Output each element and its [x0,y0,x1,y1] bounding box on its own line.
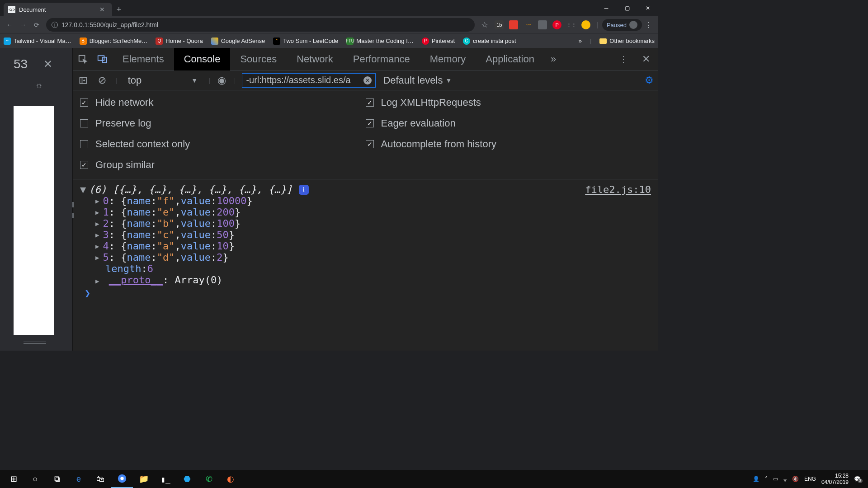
checkbox-icon[interactable] [80,161,88,169]
collapse-caret-icon[interactable]: ▼ [80,184,86,195]
info-badge-icon[interactable]: i [299,185,309,195]
bookmark-pinterest[interactable]: PPinterest [422,38,455,45]
array-item-line[interactable]: ▶0: {name: "f", value: 10000} [80,195,651,206]
proto-line[interactable]: ▶ __proto__: Array(0) [80,274,651,286]
live-expression-button[interactable]: ◉ [217,75,226,86]
tab-network[interactable]: Network [287,48,343,70]
site-info-icon[interactable]: i [52,22,58,28]
tab-application[interactable]: Application [476,48,544,70]
bookmark-leetcode[interactable]: ⌃Two Sum - LeetCode [273,38,338,45]
chevron-down-icon: ▼ [191,77,198,84]
console-toolbar: | top ▼ | ◉ | -url:https://assets.slid.e… [73,70,658,90]
tabs-overflow[interactable]: » [544,53,562,65]
setting-hide-network[interactable]: Hide network [80,97,366,108]
checkbox-icon[interactable] [80,99,88,107]
svg-rect-1 [98,56,104,60]
bookmark-quora[interactable]: QHome - Quora [156,38,203,45]
console-sidebar-toggle[interactable] [77,75,89,86]
bookmark-canva[interactable]: Ccreate insta post [463,38,516,45]
expand-caret-icon[interactable]: ▶ [95,197,99,205]
clear-filter-icon[interactable]: ✕ [363,76,372,84]
bookmark-star-icon[interactable]: ☆ [481,20,488,30]
new-tab-button[interactable]: + [112,3,126,16]
tab-memory[interactable]: Memory [420,48,476,70]
console-settings-button[interactable]: ⚙ [645,75,654,86]
setting-autocomplete[interactable]: Autocomplete from history [366,138,651,150]
bookmarks-bar: ~Tailwind - Visual Ma… BBlogger: SciTech… [0,33,658,48]
page-pane: 53 ✕ ☼ [0,48,72,351]
checkbox-icon[interactable] [366,140,374,148]
expand-caret-icon[interactable]: ▶ [95,243,99,250]
resize-grip-vertical[interactable] [72,199,76,221]
nav-forward-button[interactable]: → [16,18,30,32]
tab-console[interactable]: Console [174,48,231,70]
expand-caret-icon[interactable]: ▶ [95,220,99,227]
expand-caret-icon[interactable]: ▶ [95,231,99,239]
url-text: 127.0.0.1:5500/quiz_app/file2.html [61,21,158,28]
checkbox-icon[interactable] [80,140,88,148]
setting-preserve-log[interactable]: Preserve log [80,117,366,129]
brightness-icon[interactable]: ☼ [35,80,43,90]
other-bookmarks[interactable]: Other bookmarks [599,38,655,44]
devtools-menu-button[interactable]: ⋮ [613,54,634,64]
bookmark-tailwind[interactable]: ~Tailwind - Visual Ma… [4,38,71,45]
tab-elements[interactable]: Elements [113,48,174,70]
array-item-line[interactable]: ▶2: {name: "b", value: 100} [80,218,651,229]
array-item-line[interactable]: ▶4: {name: "a", value: 10} [80,240,651,252]
checkbox-icon[interactable] [80,119,88,127]
window-close-button[interactable]: ✕ [637,0,658,16]
ext-icon-1b[interactable]: 1b [495,20,504,29]
window-maximize-button[interactable]: ▢ [617,0,637,16]
checkbox-icon[interactable] [366,119,374,127]
clear-console-button[interactable] [96,75,108,86]
profile-paused-button[interactable]: Paused [602,19,642,31]
log-levels-selector[interactable]: Default levels ▼ [383,75,452,86]
tab-sources[interactable]: Sources [230,48,287,70]
bookmark-blogger[interactable]: BBlogger: SciTechMe… [80,38,148,45]
extension-icons: 1b 〰 P ⋮⋮ [492,20,593,29]
ext-icon-red[interactable] [509,20,518,29]
console-prompt[interactable]: ❯ [80,286,651,300]
array-item-line[interactable]: ▶5: {name: "d", value: 2} [80,252,651,263]
log-summary-line[interactable]: ▼ (6) [{…}, {…}, {…}, {…}, {…}, {…}] i f… [80,184,651,195]
console-filter-input[interactable]: -url:https://assets.slid.es/a ✕ [242,73,376,88]
setting-group-similar[interactable]: Group similar [80,159,366,171]
browser-titlebar: </> Document ✕ + ─ ▢ ✕ [0,0,658,16]
ext-icon-wave[interactable]: 〰 [524,20,533,29]
inspect-element-button[interactable] [73,48,93,70]
setting-selected-context[interactable]: Selected context only [80,138,366,150]
ext-icon-yellow[interactable] [581,20,590,29]
resize-grip-horizontal[interactable] [24,342,46,345]
expand-caret-icon[interactable]: ▶ [95,254,99,261]
console-settings-panel: Hide network Log XMLHttpRequests Preserv… [73,90,658,179]
checkbox-icon[interactable] [366,99,374,107]
bookmarks-overflow[interactable]: » [579,38,582,44]
source-link[interactable]: file2.js:10 [585,184,651,195]
tab-performance[interactable]: Performance [343,48,420,70]
browser-tab[interactable]: </> Document ✕ [4,3,112,16]
nav-back-button[interactable]: ← [3,18,16,32]
expand-caret-icon[interactable]: ▶ [95,209,99,216]
array-item-line[interactable]: ▶1: {name: "e", value: 200} [80,206,651,218]
browser-menu-button[interactable]: ⋮ [642,21,656,29]
bookmark-adsense[interactable]: Google AdSense [211,38,265,45]
omnibox[interactable]: i 127.0.0.1:5500/quiz_app/file2.html [46,18,475,32]
context-selector[interactable]: top ▼ [124,75,201,86]
setting-eager-eval[interactable]: Eager evaluation [366,117,651,129]
devtools-close-button[interactable]: ✕ [634,53,658,65]
console-output: ▼ (6) [{…}, {…}, {…}, {…}, {…}, {…}] i f… [73,179,658,351]
pane-close-icon[interactable]: ✕ [43,58,52,70]
slide-thumbnail[interactable] [14,106,54,335]
nav-reload-button[interactable]: ⟳ [30,18,43,32]
setting-log-xhr[interactable]: Log XMLHttpRequests [366,97,651,108]
folder-icon [599,38,607,44]
window-minimize-button[interactable]: ─ [596,0,617,16]
tab-close-icon[interactable]: ✕ [97,6,108,13]
ext-icon-grey[interactable] [538,20,547,29]
device-toolbar-button[interactable] [93,48,113,70]
expand-caret-icon[interactable]: ▶ [95,277,99,285]
ext-icon-dots[interactable]: ⋮⋮ [567,20,576,29]
bookmark-ftu[interactable]: FTUMaster the Coding I… [346,38,413,45]
ext-icon-pinterest[interactable]: P [552,20,561,29]
array-item-line[interactable]: ▶3: {name: "c", value: 50} [80,229,651,240]
